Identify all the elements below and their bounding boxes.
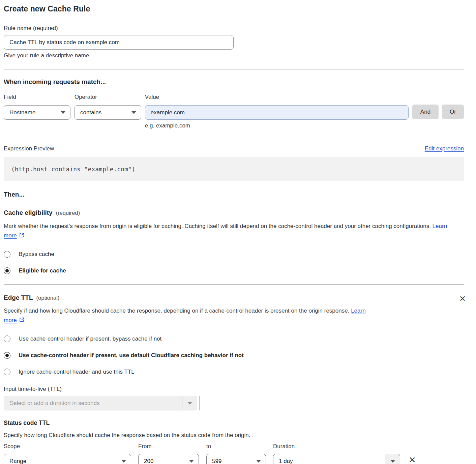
- duration-select[interactable]: 1 day: [273, 454, 400, 464]
- delete-row-icon[interactable]: ✕: [409, 457, 416, 463]
- radio-label: Use cache-control header if present, byp…: [19, 336, 161, 342]
- from-label: From: [138, 443, 199, 450]
- radio-icon: [4, 336, 10, 342]
- radio-label: Bypass cache: [19, 251, 54, 258]
- chevron-down-icon: [121, 460, 126, 463]
- status-code-ttl-row: Scope Range From 200 to 599 Duration 1 d…: [4, 443, 464, 464]
- to-label: to: [206, 443, 266, 450]
- cache-eligibility-description: Mark whether the request’s response from…: [4, 222, 454, 241]
- page-title: Create new Cache Rule: [4, 4, 464, 13]
- external-link-icon: [19, 232, 25, 241]
- match-heading: When incoming requests match...: [4, 78, 464, 86]
- chevron-down-icon: [131, 111, 136, 114]
- duration-label: Duration: [273, 443, 400, 450]
- operator-select[interactable]: contains: [75, 105, 141, 120]
- status-code-ttl-description: Specify how long Cloudflare should cache…: [4, 432, 464, 439]
- match-builder-row: Field Hostname Operator contains Value e…: [4, 94, 464, 129]
- ttl-duration-dropdown-button[interactable]: [182, 396, 197, 410]
- radio-label: Use cache-control header if present, use…: [19, 352, 244, 359]
- scope-select[interactable]: Range: [4, 454, 131, 464]
- edit-expression-link[interactable]: Edit expression: [425, 145, 464, 152]
- radio-icon: [4, 251, 10, 258]
- radio-use-header-bypass[interactable]: Use cache-control header if present, byp…: [4, 336, 464, 342]
- section-divider: [4, 284, 464, 285]
- status-code-ttl-heading: Status code TTL: [4, 419, 464, 427]
- to-select-value: 599: [212, 458, 221, 464]
- expression-preview-code: (http.host contains "example.com"): [4, 157, 464, 181]
- value-example-help: e.g. example.com: [145, 122, 409, 129]
- and-button[interactable]: And: [412, 105, 439, 119]
- operator-select-value: contains: [80, 109, 101, 116]
- field-select-value: Hostname: [9, 109, 35, 116]
- edge-ttl-heading: Edge TTL: [4, 294, 33, 301]
- radio-ignore-header[interactable]: Ignore cache-control header and use this…: [4, 369, 464, 375]
- cache-eligibility-description-text: Mark whether the request’s response from…: [4, 223, 431, 229]
- chevron-down-icon: [187, 402, 192, 405]
- rule-name-input[interactable]: [4, 35, 234, 50]
- rule-name-label: Rule name (required): [4, 25, 58, 31]
- ttl-duration-select[interactable]: Select or add a duration in seconds: [4, 396, 197, 410]
- radio-icon: [4, 352, 10, 359]
- create-cache-rule-form: Create new Cache Rule Rule name (require…: [4, 0, 464, 464]
- edge-ttl-options: Use cache-control header if present, byp…: [4, 336, 464, 375]
- close-icon[interactable]: ✕: [459, 295, 466, 302]
- operator-label: Operator: [75, 94, 141, 100]
- chevron-down-icon: [390, 460, 395, 463]
- ttl-input-label: Input time-to-live (TTL): [4, 386, 464, 393]
- rule-name-help: Give your rule a descriptive name.: [4, 52, 464, 59]
- cache-eligibility-heading: Cache eligibility: [4, 209, 53, 216]
- chevron-down-icon: [189, 460, 194, 463]
- edge-ttl-optional-tag: (optional): [36, 295, 60, 301]
- duration-select-value: 1 day: [273, 454, 385, 464]
- cache-eligibility-required-tag: (required): [56, 210, 80, 216]
- value-input[interactable]: [145, 105, 409, 120]
- radio-icon: [4, 369, 10, 375]
- chevron-down-icon: [256, 460, 261, 463]
- radio-label: Ignore cache-control header and use this…: [19, 369, 135, 375]
- section-divider: [4, 69, 464, 69]
- focus-caret: [199, 396, 200, 410]
- radio-icon: [4, 267, 10, 274]
- radio-label: Eligible for cache: [19, 267, 66, 274]
- edge-ttl-description: Specify if and how long Cloudflare shoul…: [4, 306, 375, 326]
- field-label: Field: [4, 94, 70, 100]
- expression-preview-label: Expression Preview: [4, 145, 54, 152]
- from-select[interactable]: 200: [138, 454, 199, 464]
- scope-label: Scope: [4, 443, 131, 450]
- ttl-duration-placeholder: Select or add a duration in seconds: [4, 396, 182, 410]
- to-select[interactable]: 599: [206, 454, 266, 464]
- external-link-icon: [19, 316, 25, 326]
- then-heading: Then...: [4, 191, 464, 198]
- cache-eligibility-options: Bypass cache Eligible for cache: [4, 251, 464, 274]
- field-select[interactable]: Hostname: [4, 105, 70, 120]
- radio-bypass-cache[interactable]: Bypass cache: [4, 251, 464, 258]
- value-label: Value: [145, 94, 409, 100]
- scope-select-value: Range: [9, 458, 26, 464]
- chevron-down-icon: [61, 111, 65, 114]
- radio-use-header-default[interactable]: Use cache-control header if present, use…: [4, 352, 464, 359]
- or-button[interactable]: Or: [442, 105, 464, 119]
- from-select-value: 200: [144, 458, 153, 464]
- radio-eligible-for-cache[interactable]: Eligible for cache: [4, 267, 464, 274]
- duration-dropdown-button[interactable]: [385, 454, 400, 464]
- edge-ttl-description-text: Specify if and how long Cloudflare shoul…: [4, 308, 349, 314]
